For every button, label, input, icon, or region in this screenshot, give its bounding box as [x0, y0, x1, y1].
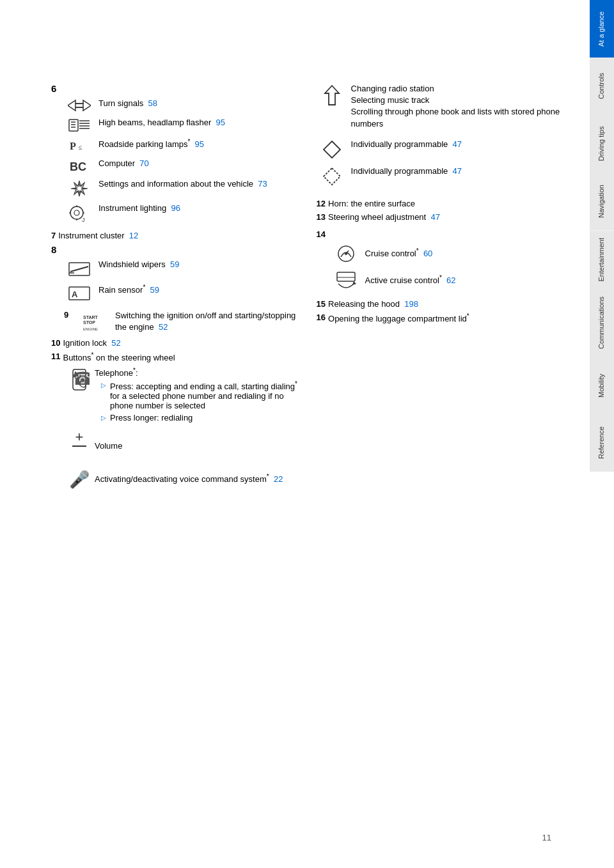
left-column: 6 Turn signals 58: [51, 83, 304, 489]
section-15-link[interactable]: 198: [404, 299, 418, 309]
arrow-line-1: Changing radio station: [351, 83, 563, 95]
telephone-label: Telephone*:: [95, 367, 304, 378]
instrument-lighting-desc: Instrument lighting 96: [98, 203, 304, 214]
cruise-control-link[interactable]: 60: [423, 249, 432, 258]
two-column-layout: 6 Turn signals 58: [51, 83, 577, 489]
rain-sensor-icon: A: [64, 284, 95, 302]
section-12-label: Horn: the entire surface: [328, 199, 415, 208]
voice-desc: Activating/deactivating voice command sy…: [95, 473, 283, 484]
section-6-item-high-beams: High beams, headlamp flasher 95: [51, 117, 304, 132]
section-15-label: Releasing the hood 198: [328, 299, 418, 309]
section-16-label: Opening the luggage compartment lid*: [328, 313, 469, 323]
sidebar-tab-navigation[interactable]: Navigation: [590, 173, 614, 230]
section-6-item-computer: BC Computer 70: [51, 158, 304, 173]
section-7-num: 7: [51, 231, 56, 240]
svg-text:BC: BC: [70, 160, 86, 173]
diamond1-icon: [317, 140, 347, 159]
svg-text:🎤: 🎤: [69, 469, 90, 489]
section-15-num: 15: [317, 299, 326, 309]
diamond1-link[interactable]: 47: [453, 139, 462, 149]
section-8-item-wipers: Windshield wipers 59: [51, 259, 304, 278]
sidebar: At a glance Controls Driving tips Naviga…: [590, 0, 614, 868]
main-content: 6 Turn signals 58: [0, 0, 590, 868]
svg-text:ENGINE: ENGINE: [83, 327, 98, 331]
turn-signals-link[interactable]: 58: [148, 98, 157, 108]
sidebar-tab-controls[interactable]: Controls: [590, 58, 614, 115]
computer-icon: BC: [64, 159, 95, 173]
active-cruise-control: Active cruise control* 62: [317, 268, 563, 291]
instrument-lighting-link[interactable]: 96: [171, 203, 180, 213]
svg-text:☎: ☎: [72, 369, 90, 389]
section-16: 16 Opening the luggage compartment lid*: [317, 313, 563, 323]
section-7: 7 Instrument cluster 12: [51, 231, 304, 240]
section-12-num: 12: [317, 199, 326, 208]
arrow-line-3: Scrolling through phone book and lists w…: [351, 106, 563, 129]
section-10: 10 Ignition lock 52: [51, 338, 304, 348]
phone-icon: ☎: [64, 367, 95, 392]
plus-icon: +: [75, 430, 84, 444]
section-9-link[interactable]: 52: [159, 322, 168, 332]
diamond2-link[interactable]: 47: [453, 166, 462, 176]
phone-bullet-1: ▷ Press: accepting and ending a call, st…: [95, 380, 304, 410]
svg-text:START: START: [83, 315, 98, 320]
section-11-phone: ☎ Telephone*: ▷ Press: accepting and end…: [51, 367, 304, 426]
settings-desc: Settings and information about the vehic…: [98, 178, 304, 190]
svg-marker-13: [71, 181, 88, 196]
voice-link[interactable]: 22: [274, 474, 283, 484]
sidebar-tab-reference[interactable]: Reference: [590, 414, 614, 472]
bullet-arrow-icon-2: ▷: [101, 414, 106, 421]
section-14-header: 14: [317, 229, 563, 239]
svg-point-16: [74, 210, 79, 215]
parking-lamps-link[interactable]: 95: [195, 139, 204, 149]
sidebar-tab-entertainment[interactable]: Entertainment: [590, 230, 614, 289]
sidebar-tab-mobility[interactable]: Mobility: [590, 357, 614, 414]
minus-icon: [72, 446, 86, 461]
svg-text:A: A: [72, 290, 78, 299]
phone-bullets: ▷ Press: accepting and ending a call, st…: [95, 380, 304, 422]
windshield-wipers-icon: [64, 260, 95, 278]
section-10-num: 10: [51, 338, 60, 348]
volume-icon: +: [64, 430, 95, 461]
svg-marker-32: [325, 86, 339, 105]
active-cruise-link[interactable]: 62: [446, 275, 455, 285]
section-10-link[interactable]: 52: [111, 338, 120, 348]
windshield-wipers-desc: Windshield wipers 59: [98, 259, 304, 270]
turn-signals-icon: [64, 99, 95, 112]
up-arrow-icon: [317, 84, 347, 106]
active-cruise-desc: Active cruise control* 62: [365, 274, 456, 285]
instrument-lighting-icon: J: [64, 204, 95, 223]
svg-line-23: [70, 267, 88, 272]
page-number: 11: [542, 833, 551, 842]
settings-link[interactable]: 73: [258, 179, 267, 189]
windshield-wipers-link[interactable]: 59: [170, 260, 179, 269]
svg-text:STOP: STOP: [83, 320, 95, 325]
section-8-item-rain-sensor: A Rain sensor* 59: [51, 283, 304, 302]
section-6-item-settings: Settings and information about the vehic…: [51, 178, 304, 198]
section-9: 9 START STOP ENGINE Switching the igniti…: [51, 310, 304, 333]
rain-sensor-link[interactable]: 59: [150, 285, 159, 295]
section-6: 6 Turn signals 58: [51, 83, 304, 223]
section-12: 12 Horn: the entire surface: [317, 199, 563, 208]
section-11-volume: + Volume: [51, 430, 304, 461]
phone-bullet-1-text: Press: accepting and ending a call, star…: [110, 380, 304, 410]
section-13-link[interactable]: 47: [430, 212, 439, 222]
sidebar-tab-driving-tips[interactable]: Driving tips: [590, 115, 614, 173]
right-column: Changing radio station Selecting music t…: [310, 83, 563, 489]
high-beams-link[interactable]: 95: [216, 118, 225, 127]
phone-bullet-2: ▷ Press longer: redialing: [95, 413, 304, 422]
section-16-num: 16: [317, 313, 326, 322]
section-13-num: 13: [317, 212, 326, 222]
parking-lamps-desc: Roadside parking lamps* 95: [98, 137, 304, 151]
sidebar-tab-at-a-glance[interactable]: At a glance: [590, 0, 614, 58]
svg-rect-38: [337, 272, 355, 281]
section-6-header: 6: [51, 83, 304, 94]
page-container: 6 Turn signals 58: [0, 0, 614, 868]
settings-icon: [64, 180, 95, 198]
right-item-arrow: Changing radio station Selecting music t…: [317, 83, 563, 130]
section-7-link[interactable]: 12: [129, 231, 138, 240]
volume-label: Volume: [95, 441, 122, 451]
turn-signals-desc: Turn signals 58: [98, 98, 304, 109]
sidebar-tab-communications[interactable]: Communications: [590, 289, 614, 357]
section-11: 11 Buttons* on the steering wheel ☎: [51, 352, 304, 489]
computer-link[interactable]: 70: [139, 159, 148, 168]
